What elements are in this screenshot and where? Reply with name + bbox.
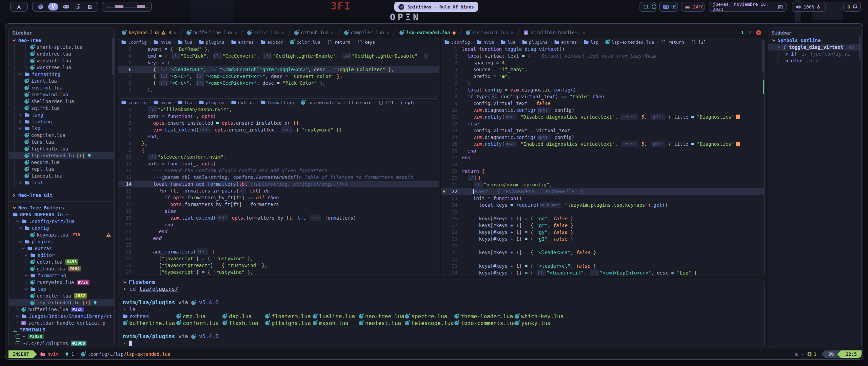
- editor-pane-rustywind[interactable]: .config›nvim›lua›plugins›extras›formatti…: [118, 98, 439, 277]
- tab-scrollbar-handle-[interactable]: scrollbar-handle-…×: [520, 28, 590, 37]
- system-graph-widget[interactable]: [102, 2, 152, 12]
- chevron-down-icon[interactable]: [19, 73, 22, 76]
- chevron-down-icon[interactable]: [19, 227, 22, 229]
- tree-item[interactable]: editor: [9, 252, 114, 259]
- tab-close-icon[interactable]: ×: [174, 30, 176, 35]
- tree-item[interactable]: │ lang: [9, 111, 114, 118]
- tree-item[interactable]: extras: [9, 245, 114, 252]
- neotree-sidebar[interactable]: Sidebar Neo-Tree│ │ │ smart-splits.lua│ …: [8, 27, 115, 348]
- code-line[interactable]: 8 if type(v: config.virtual_text) == "ta…: [441, 93, 764, 100]
- tree-item[interactable]: │ │ isort.lua: [9, 78, 114, 84]
- sidebar-scrollbar[interactable]: [112, 38, 114, 75]
- code-line[interactable]: 18 else: [118, 208, 439, 215]
- tab-lsp-extended-lua[interactable]: lsp-extended.lua●: [395, 28, 460, 37]
- code-line[interactable]: 1local function toggle_diag_virtext(): [441, 46, 764, 53]
- code-line[interactable]: 9 config.virtual_text = false: [441, 100, 764, 107]
- tree-item[interactable]: ~/.c/n/l/plugins#3980: [9, 340, 114, 347]
- updates-widget[interactable]: 11: [639, 2, 656, 12]
- tree-item[interactable]: └ lsp-extended.lu[+]: [9, 299, 114, 306]
- chevron-down-icon[interactable]: [16, 220, 19, 223]
- code-line[interactable]: 6 { [1]"<leader>uC", [2]"<cmd>CccHighlig…: [118, 66, 439, 73]
- tree-item[interactable]: │ │ rustywind.lua: [9, 91, 114, 98]
- code-line[interactable]: 30: [441, 242, 764, 249]
- code-line[interactable]: 9 {: [118, 147, 439, 154]
- outline-item[interactable]: └ ◇else else: [768, 57, 861, 64]
- section-header-buffers[interactable]: Neo-Tree Buffers: [9, 204, 114, 211]
- chevron-right-icon[interactable]: [19, 113, 22, 117]
- tab-close-icon[interactable]: ×: [386, 30, 389, 35]
- symbols-outline-sidebar[interactable]: Sidebar Symbols Outline ƒtoggle_diag_vir…: [768, 27, 862, 348]
- chevron-down-icon[interactable]: [24, 274, 28, 277]
- code-line[interactable]: 5 opts.ensure_installed = opts.ensure_in…: [118, 120, 439, 126]
- chevron-down-icon[interactable]: [772, 39, 775, 42]
- code-line[interactable]: 21 end: [118, 228, 439, 235]
- tree-item[interactable]: │ lsp: [9, 125, 114, 132]
- code-line[interactable]: 25 ["javascript"] = { "rustywind" },: [118, 255, 439, 262]
- outline-item[interactable]: ƒtoggle_diag_virtext fu: [768, 44, 861, 50]
- code-line[interactable]: 22 end: [118, 235, 439, 242]
- code-line[interactable]: 4 cmd = { [1]"CccPick", [2]"CccConvert",…: [118, 53, 439, 59]
- tree-item[interactable]: └ bufferline.lua#328: [9, 306, 114, 313]
- tree-item[interactable]: │ │ repl.lua: [9, 166, 114, 172]
- chevron-down-icon[interactable]: [19, 241, 22, 243]
- code-line[interactable]: 15 vim.notify(msg: "Enabled diagnostics …: [441, 141, 764, 147]
- tree-item[interactable]: └ github.lua#654: [9, 265, 114, 272]
- tree-item[interactable]: │ │ lens.lua: [9, 139, 114, 145]
- editor-pane-lsp-extended[interactable]: .config›nvim›lua›plugins›extras›lsp›lsp-…: [441, 38, 765, 277]
- code-line[interactable]: 5 prefix = "●",: [441, 73, 764, 80]
- tree-item[interactable]: └ rustywind.lua#726: [9, 279, 114, 286]
- tree-item[interactable]: formatting: [9, 272, 114, 279]
- chevron-down-icon[interactable]: [24, 288, 28, 290]
- code-line[interactable]: 12 --- Extend the conform plugin config …: [118, 167, 439, 174]
- tree-item[interactable]: │ │ │ undotree.lua: [9, 50, 114, 57]
- date-widget[interactable]: jueves, noviembre 16, 2023: [709, 2, 787, 12]
- tab-close-icon[interactable]: ×: [583, 30, 585, 35]
- weather-widget[interactable]: 24°C: [681, 2, 705, 12]
- tab-keymaps-lua[interactable]: keymaps.lua3×: [118, 28, 180, 37]
- code-line[interactable]: 3 spacing = 4,: [441, 59, 764, 66]
- code-line[interactable]: 4 source = "if_many",: [441, 66, 764, 73]
- chevron-down-icon[interactable]: [21, 247, 25, 250]
- tree-item[interactable]: │ └ keymaps.lua#10: [9, 231, 114, 238]
- tree-item[interactable]: │ │ └ worktree.lua: [9, 64, 114, 71]
- tree-item[interactable]: │ linting: [9, 118, 114, 125]
- tab-color-lua[interactable]: color.lua×: [243, 28, 288, 37]
- code-line[interactable]: 3 event = { "BufRead" },: [118, 46, 439, 53]
- tab-close-icon[interactable]: ×: [234, 30, 237, 35]
- tree-item[interactable]: └ scrollbar-handle-vertical.p: [9, 320, 114, 326]
- code-line[interactable]: 16 end: [441, 147, 764, 154]
- section-header-git[interactable]: Neo-Tree Git: [9, 192, 114, 199]
- workspace-active-vim[interactable]: V: [48, 3, 58, 11]
- chevron-right-icon[interactable]: [12, 194, 16, 197]
- tree-item[interactable]: │ │ lightbulb.lua: [9, 145, 114, 152]
- code-line[interactable]: 7 local config = vim.diagnostic.config(): [441, 86, 764, 93]
- code-line[interactable]: 33 keys[#keys + 1] = { "<leader>cl", fal…: [441, 263, 764, 269]
- workspace-switcher[interactable]: V: [32, 2, 98, 12]
- volume-widget[interactable]: 100%: [792, 2, 826, 12]
- chevron-down-icon[interactable]: [12, 39, 16, 42]
- code-line[interactable]: 3 [1]"williamboman/mason.nvim",: [118, 106, 439, 113]
- tab-close-icon[interactable]: ×: [511, 30, 513, 35]
- code-line[interactable]: ●22 event = { "BufReadPre", "BufNewFile"…: [441, 188, 764, 195]
- tab-close-icon[interactable]: ×: [331, 30, 334, 35]
- code-line[interactable]: 27 keys[#keys + 1] = { "gr", false }: [441, 222, 764, 229]
- code-line[interactable]: 24 local keys = require(modname: "lazyvi…: [441, 202, 764, 208]
- chevron-down-icon[interactable]: [777, 46, 781, 48]
- code-line[interactable]: 24 add_formatters(tbl: {: [118, 248, 439, 255]
- code-line[interactable]: 6 vim.list_extend(dst: opts.ensure_insta…: [118, 126, 439, 133]
- workspace-browser-icon[interactable]: [36, 4, 45, 9]
- code-line[interactable]: 8 },: [118, 140, 439, 147]
- code-line[interactable]: 17 opts.formatters_by_ft[ft] = formatter…: [118, 201, 439, 208]
- chevron-down-icon[interactable]: [16, 315, 19, 318]
- editor-pane-color[interactable]: .config›nvim›lua›plugins›extras›editor›c…: [118, 38, 439, 97]
- tabline-close-button[interactable]: ×: [756, 30, 761, 35]
- code-line[interactable]: 7 end,: [118, 133, 439, 140]
- tree-item[interactable]: │ test: [9, 179, 114, 186]
- tree-item[interactable]: ~#2859: [9, 333, 114, 340]
- media-player-widget[interactable]: Spiritbox - Rule Of Nines: [394, 2, 478, 12]
- tree-item[interactable]: plugins: [9, 238, 114, 245]
- tree-item[interactable]: Juegos/Indies/SteamLibrary/st: [9, 313, 114, 320]
- code-line[interactable]: 13 ---@param tbl table<string, conform.F…: [118, 174, 439, 181]
- code-line[interactable]: 2 local virtual_text = { -- Default virt…: [441, 53, 764, 59]
- code-line[interactable]: 28 keys[#keys + 1] = { "gy", false }: [441, 229, 764, 236]
